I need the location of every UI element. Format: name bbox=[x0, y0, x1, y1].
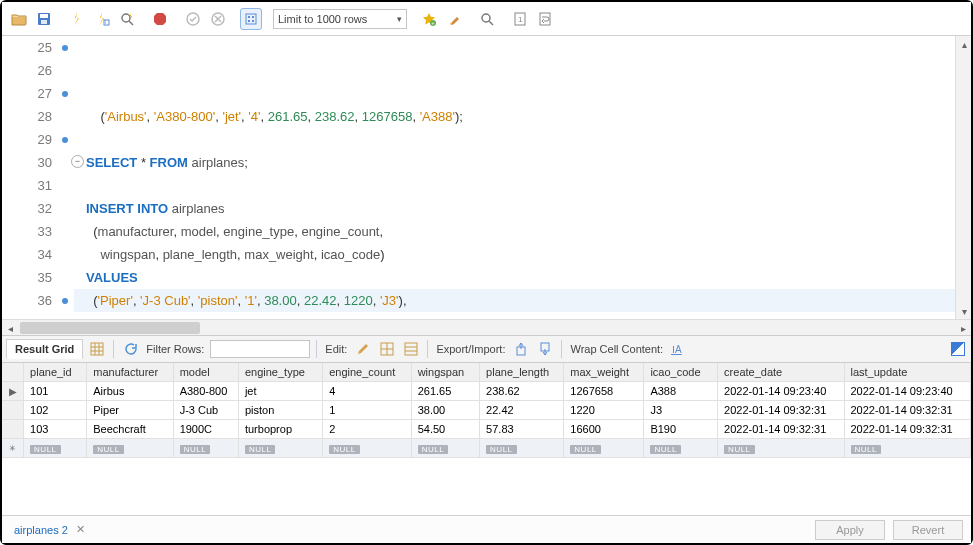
scroll-thumb[interactable] bbox=[20, 322, 200, 334]
cell[interactable]: turboprop bbox=[238, 420, 322, 439]
cell[interactable]: B190 bbox=[644, 420, 718, 439]
null-cell[interactable]: NULL bbox=[564, 439, 644, 458]
column-header[interactable]: engine_type bbox=[238, 363, 322, 382]
editor-hscrollbar[interactable]: ◂ ▸ bbox=[2, 319, 971, 335]
new-row-selector[interactable]: ✳ bbox=[2, 439, 24, 458]
toggle-wrap-button[interactable] bbox=[534, 8, 556, 30]
code-line[interactable]: (manufacturer, model, engine_type, engin… bbox=[86, 220, 971, 243]
column-header[interactable]: max_weight bbox=[564, 363, 644, 382]
apply-button[interactable]: Apply bbox=[815, 520, 885, 540]
cell[interactable]: 57.83 bbox=[480, 420, 564, 439]
code-line[interactable]: SELECT * FROM airplanes; bbox=[86, 151, 971, 174]
execute-button[interactable] bbox=[66, 8, 88, 30]
favorite-button[interactable]: + bbox=[418, 8, 440, 30]
cell[interactable]: 2022-01-14 09:32:31 bbox=[718, 401, 844, 420]
revert-button[interactable]: Revert bbox=[893, 520, 963, 540]
toggle-autocommit-button[interactable] bbox=[240, 8, 262, 30]
cell[interactable]: 1267658 bbox=[564, 382, 644, 401]
code-line[interactable] bbox=[86, 128, 971, 151]
null-cell[interactable]: NULL bbox=[718, 439, 844, 458]
code-line[interactable]: INSERT INTO airplanes bbox=[86, 197, 971, 220]
cell[interactable]: A388 bbox=[644, 382, 718, 401]
edit-row-button[interactable] bbox=[353, 339, 373, 359]
cell[interactable]: 101 bbox=[24, 382, 87, 401]
null-cell[interactable]: NULL bbox=[173, 439, 238, 458]
open-file-button[interactable] bbox=[8, 8, 30, 30]
cell[interactable]: Airbus bbox=[87, 382, 173, 401]
cell[interactable]: 2022-01-14 09:23:40 bbox=[844, 382, 971, 401]
scroll-down-icon[interactable]: ▾ bbox=[956, 303, 971, 319]
row-selector[interactable]: ▶ bbox=[2, 382, 24, 401]
stop-button[interactable] bbox=[149, 8, 171, 30]
column-header[interactable]: icao_code bbox=[644, 363, 718, 382]
find-button[interactable] bbox=[476, 8, 498, 30]
beautify-button[interactable] bbox=[443, 8, 465, 30]
null-cell[interactable]: NULL bbox=[323, 439, 411, 458]
cell[interactable]: 1 bbox=[323, 401, 411, 420]
column-header[interactable]: last_update bbox=[844, 363, 971, 382]
code-line[interactable]: wingspan, plane_length, max_weight, icao… bbox=[86, 243, 971, 266]
column-header[interactable]: manufacturer bbox=[87, 363, 173, 382]
panel-toggle-icon[interactable] bbox=[951, 342, 965, 356]
cell[interactable]: 22.42 bbox=[480, 401, 564, 420]
null-cell[interactable]: NULL bbox=[411, 439, 479, 458]
cell[interactable]: 261.65 bbox=[411, 382, 479, 401]
cell[interactable]: jet bbox=[238, 382, 322, 401]
null-cell[interactable]: NULL bbox=[644, 439, 718, 458]
export-button[interactable] bbox=[511, 339, 531, 359]
column-header[interactable]: create_date bbox=[718, 363, 844, 382]
cell[interactable]: 38.00 bbox=[411, 401, 479, 420]
editor-vscrollbar[interactable]: ▴ ▾ bbox=[955, 36, 971, 319]
edit-grid-2-button[interactable] bbox=[401, 339, 421, 359]
table-row[interactable]: ▶101AirbusA380-800jet4261.65238.62126765… bbox=[2, 382, 971, 401]
cell[interactable]: 103 bbox=[24, 420, 87, 439]
cell[interactable]: 4 bbox=[323, 382, 411, 401]
row-selector[interactable] bbox=[2, 420, 24, 439]
cell[interactable]: A380-800 bbox=[173, 382, 238, 401]
column-header[interactable]: engine_count bbox=[323, 363, 411, 382]
code-line[interactable]: ('Beechcraft', '1900C', 'turboprop', '2'… bbox=[86, 312, 971, 319]
close-tab-icon[interactable]: ✕ bbox=[76, 523, 85, 536]
cell[interactable]: 16600 bbox=[564, 420, 644, 439]
code-area[interactable]: ('Airbus', 'A380-800', 'jet', '4', 261.6… bbox=[74, 36, 971, 319]
column-header[interactable]: plane_id bbox=[24, 363, 87, 382]
code-editor[interactable]: 252627282930−31323334353637 ('Airbus', '… bbox=[2, 36, 971, 319]
cell[interactable]: 2022-01-14 09:32:31 bbox=[844, 401, 971, 420]
code-line[interactable]: ('Airbus', 'A380-800', 'jet', '4', 261.6… bbox=[86, 105, 971, 128]
cell[interactable]: 238.62 bbox=[480, 382, 564, 401]
result-tab[interactable]: airplanes 2 bbox=[10, 522, 72, 538]
edit-grid-1-button[interactable] bbox=[377, 339, 397, 359]
result-grid-tab[interactable]: Result Grid bbox=[6, 339, 83, 359]
column-header[interactable]: model bbox=[173, 363, 238, 382]
null-cell[interactable]: NULL bbox=[480, 439, 564, 458]
wrap-cell-button[interactable]: I̲A bbox=[669, 339, 689, 359]
cell[interactable]: 2022-01-14 09:23:40 bbox=[718, 382, 844, 401]
row-limit-select[interactable]: Limit to 1000 rows ▾ bbox=[273, 9, 407, 29]
row-selector[interactable] bbox=[2, 401, 24, 420]
table-row[interactable]: 102PiperJ-3 Cubpiston138.0022.421220J320… bbox=[2, 401, 971, 420]
result-table[interactable]: plane_idmanufacturermodelengine_typeengi… bbox=[2, 363, 971, 458]
cell[interactable]: Beechcraft bbox=[87, 420, 173, 439]
cell[interactable]: J3 bbox=[644, 401, 718, 420]
explain-button[interactable] bbox=[116, 8, 138, 30]
cell[interactable]: 54.50 bbox=[411, 420, 479, 439]
cell[interactable]: 2022-01-14 09:32:31 bbox=[718, 420, 844, 439]
insert-row[interactable]: ✳NULLNULLNULLNULLNULLNULLNULLNULLNULLNUL… bbox=[2, 439, 971, 458]
null-cell[interactable]: NULL bbox=[844, 439, 971, 458]
refresh-button[interactable] bbox=[120, 339, 140, 359]
save-button[interactable] bbox=[33, 8, 55, 30]
scroll-left-icon[interactable]: ◂ bbox=[2, 320, 18, 336]
cell[interactable]: piston bbox=[238, 401, 322, 420]
cell[interactable]: 1220 bbox=[564, 401, 644, 420]
column-header[interactable]: plane_length bbox=[480, 363, 564, 382]
cell[interactable]: 102 bbox=[24, 401, 87, 420]
execute-current-button[interactable]: I bbox=[91, 8, 113, 30]
scroll-up-icon[interactable]: ▴ bbox=[956, 36, 971, 52]
cell[interactable]: 1900C bbox=[173, 420, 238, 439]
cell[interactable]: Piper bbox=[87, 401, 173, 420]
code-line[interactable]: VALUES bbox=[86, 266, 971, 289]
code-line[interactable] bbox=[86, 174, 971, 197]
table-row[interactable]: 103Beechcraft1900Cturboprop254.5057.8316… bbox=[2, 420, 971, 439]
null-cell[interactable]: NULL bbox=[87, 439, 173, 458]
import-button[interactable] bbox=[535, 339, 555, 359]
